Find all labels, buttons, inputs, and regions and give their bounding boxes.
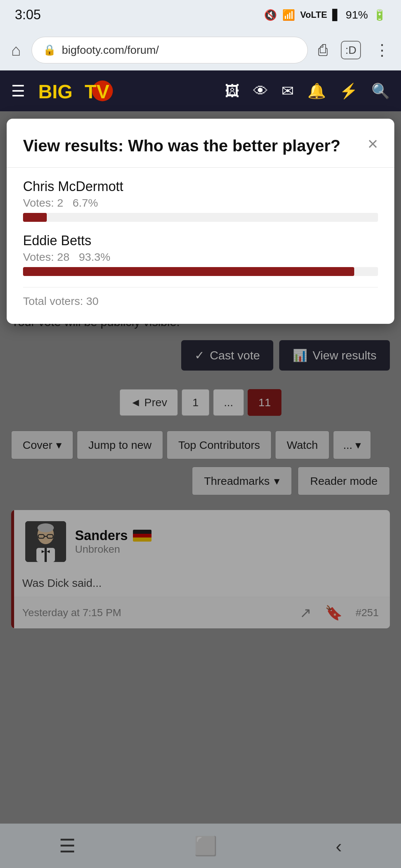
lte-icon: VoLTE [300, 10, 327, 20]
poll-total-voters: Total voters: 30 [23, 287, 378, 308]
modal-header: View results: Who was the better player?… [23, 135, 378, 156]
lightning-icon[interactable]: ⚡ [339, 82, 358, 100]
poll-option-1-bar-container [23, 213, 378, 222]
poll-option-2-bar [23, 267, 354, 276]
status-icons: 🔇 📶 VoLTE ▋ 91% 🔋 [264, 9, 386, 21]
browser-url-box[interactable]: 🔒 bigfooty.com/forum/ [32, 37, 308, 63]
poll-option-2-bar-container [23, 267, 378, 276]
browser-url-text: bigfooty.com/forum/ [62, 44, 159, 56]
poll-option-2-stats: Votes: 28 93.3% [23, 251, 378, 263]
poll-option-1-bar [23, 213, 47, 222]
bigfooty-logo: BIG TV [36, 78, 118, 104]
status-bar: 3:05 🔇 📶 VoLTE ▋ 91% 🔋 [0, 0, 401, 30]
poll-option-1-stats: Votes: 2 6.7% [23, 197, 378, 209]
modal-close-button[interactable]: × [368, 135, 378, 153]
browser-home-icon[interactable]: ⌂ [11, 41, 21, 59]
browser-action-icons: ⎙ :D ⋮ [318, 41, 390, 59]
signal-icon: ▋ [332, 9, 340, 21]
poll-option-1-name: Chris McDermott [23, 179, 378, 194]
share-icon[interactable]: ⎙ [318, 41, 327, 59]
site-header-icons: 🖼 👁 ✉ 🔔 ⚡ 🔍 [225, 82, 390, 100]
status-time: 3:05 [15, 7, 41, 23]
wifi-icon: 📶 [282, 9, 295, 21]
search-icon[interactable]: 🔍 [371, 82, 390, 100]
battery-icon: 🔋 [373, 9, 386, 21]
poll-option-2-votes: Votes: 28 [23, 251, 69, 263]
logo-container: BIG TV [36, 78, 118, 104]
mute-icon: 🔇 [264, 9, 277, 21]
page-background: View results: Who was the better player?… [0, 111, 401, 868]
lock-icon: 🔒 [43, 44, 56, 56]
svg-text:TV: TV [85, 81, 110, 102]
eye-icon[interactable]: 👁 [253, 83, 268, 99]
battery-indicator: 91% [346, 9, 368, 21]
site-header: ☰ BIG TV 🖼 👁 ✉ 🔔 ⚡ 🔍 [0, 70, 401, 111]
avatar-thumbnail-icon[interactable]: 🖼 [225, 83, 240, 99]
more-menu-icon[interactable]: ⋮ [374, 41, 390, 59]
mail-icon[interactable]: ✉ [281, 82, 294, 99]
poll-option-1-percent: 6.7% [72, 197, 98, 209]
hamburger-icon[interactable]: ☰ [11, 82, 25, 100]
poll-option-1: Chris McDermott Votes: 2 6.7% [23, 179, 378, 222]
emoji-btn[interactable]: :D [341, 41, 361, 59]
poll-option-2-name: Eddie Betts [23, 233, 378, 249]
browser-bar: ⌂ 🔒 bigfooty.com/forum/ ⎙ :D ⋮ [0, 30, 401, 70]
poll-option-2-percent: 93.3% [79, 251, 110, 263]
modal-title: View results: Who was the better player? [23, 135, 368, 156]
poll-option-2: Eddie Betts Votes: 28 93.3% [23, 233, 378, 276]
modal-divider [7, 167, 394, 168]
poll-modal: View results: Who was the better player?… [7, 119, 394, 324]
svg-text:BIG: BIG [38, 81, 72, 102]
poll-option-1-votes: Votes: 2 [23, 197, 63, 209]
bell-icon[interactable]: 🔔 [307, 82, 326, 100]
